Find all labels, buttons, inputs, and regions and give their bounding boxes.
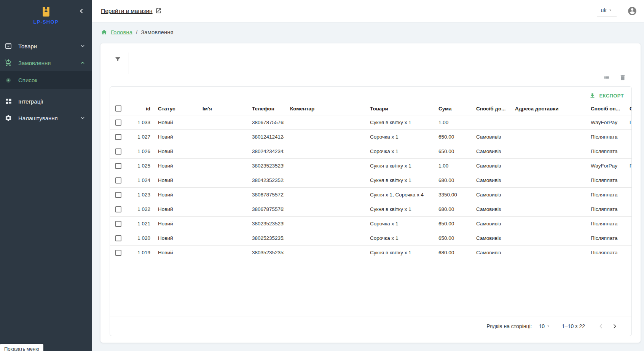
cell-status: Новий	[152, 130, 196, 144]
cell-address	[509, 159, 585, 173]
collapse-sidebar-button[interactable]	[78, 8, 85, 14]
cell-payment_status	[623, 173, 631, 188]
cell-sum: 650.00	[432, 144, 470, 159]
cell-address	[509, 173, 585, 188]
download-icon	[589, 93, 596, 99]
cell-payment_method: Післяплата	[585, 202, 623, 217]
go-to-store-link[interactable]: Перейти в магазин	[101, 8, 162, 14]
table-row[interactable]: 1 024Новий380423523523Сукня в квітку x 1…	[110, 173, 631, 188]
rows-per-page-value: 10	[539, 323, 545, 329]
cell-comment	[284, 217, 364, 231]
cell-products: Сукня в квітку x 1	[364, 115, 432, 130]
filter-button[interactable]	[114, 56, 121, 63]
table-row[interactable]: 1 033Новий380678755765Сукня в квітку x 1…	[110, 115, 631, 130]
row-checkbox[interactable]	[115, 235, 121, 241]
row-checkbox[interactable]	[115, 221, 121, 227]
column-header-sum[interactable]: Сума	[432, 102, 470, 115]
chevron-up-icon	[80, 60, 86, 66]
table-row[interactable]: 1 019Новий380352352353Сукня в квітку x 1…	[110, 246, 631, 260]
column-header-delivery_method[interactable]: Спосіб до...	[470, 102, 509, 115]
gear-icon	[4, 114, 13, 122]
sidebar-item-settings[interactable]: Налаштування	[0, 110, 92, 126]
next-page-button[interactable]	[608, 319, 622, 333]
row-checkbox[interactable]	[115, 177, 121, 183]
cell-comment	[284, 231, 364, 246]
cell-products: Сорочка x 1	[364, 144, 432, 159]
table-row[interactable]: 1 025Новий380235235235Сукня в квітку x 1…	[110, 159, 631, 173]
cell-delivery_method: Самовивіз	[470, 173, 509, 188]
sidebar-item-orders-list[interactable]: Список	[0, 71, 92, 89]
sidebar-item-integrations[interactable]: Інтеграції	[0, 93, 92, 110]
breadcrumb-home-link[interactable]: Головна	[111, 29, 132, 35]
previous-page-button	[594, 319, 608, 333]
row-checkbox[interactable]	[115, 134, 121, 140]
bullet-dot-icon	[4, 77, 13, 84]
row-checkbox[interactable]	[115, 163, 121, 169]
cell-phone: 380352352353	[246, 246, 284, 260]
table-row[interactable]: 1 026Новий380242342342Сорочка x 1650.00С…	[110, 144, 631, 159]
cell-status: Новий	[152, 246, 196, 260]
toolbar-divider	[129, 53, 129, 74]
cell-status: Новий	[152, 144, 196, 159]
cell-delivery_method: Самовивіз	[470, 246, 509, 260]
cell-payment_method: WayForPay	[585, 159, 623, 173]
select-all-checkbox[interactable]	[115, 105, 121, 112]
column-header-payment_method[interactable]: Спосіб оп...	[585, 102, 623, 115]
row-checkbox-cell	[110, 188, 128, 202]
cell-phone: 380678755722	[246, 188, 284, 202]
row-checkbox-cell	[110, 246, 128, 260]
row-checkbox[interactable]	[115, 192, 121, 198]
cell-payment_method: Післяплата	[585, 130, 623, 144]
language-select[interactable]: uk	[597, 6, 617, 16]
cell-sum: 650.00	[432, 231, 470, 246]
cell-payment_status	[623, 246, 631, 260]
cell-address	[509, 144, 585, 159]
rows-per-page-select[interactable]: 10	[539, 323, 551, 329]
orders-table: idСтатусІм'яТелефонКоментарТовариСумаСпо…	[110, 102, 631, 260]
row-checkbox[interactable]	[115, 148, 121, 155]
row-checkbox-cell	[110, 217, 128, 231]
row-checkbox[interactable]	[115, 250, 121, 256]
table-row[interactable]: 1 027Новий380124124124Сорочка x 1650.00С…	[110, 130, 631, 144]
orders-table-wrap: idСтатусІм'яТелефонКоментарТовариСумаСпо…	[110, 102, 631, 260]
column-header-payment_status[interactable]: Ст	[623, 102, 631, 115]
export-row: ЕКСПОРТ	[110, 87, 631, 102]
pagination-range: 1–10 з 22	[562, 323, 585, 329]
sidebar-item-orders[interactable]: Замовлення	[0, 54, 92, 71]
column-header-phone[interactable]: Телефон	[246, 102, 284, 115]
cell-payment_status: Пе	[623, 115, 631, 130]
column-header-comment[interactable]: Коментар	[284, 102, 364, 115]
table-empty-space	[110, 260, 631, 316]
column-list-button[interactable]	[603, 74, 610, 81]
column-header-name[interactable]: Ім'я	[196, 102, 246, 115]
sidebar-item-products[interactable]: Товари	[0, 38, 92, 54]
table-row[interactable]: 1 022Новий380678755765Сукня в квітку x 1…	[110, 202, 631, 217]
cell-id: 1 033	[128, 115, 152, 130]
export-button[interactable]: ЕКСПОРТ	[589, 93, 624, 99]
column-header-status[interactable]: Статус	[152, 102, 196, 115]
column-header-address[interactable]: Адреса доставки	[509, 102, 585, 115]
cell-payment_method: Післяплата	[585, 231, 623, 246]
cell-address	[509, 202, 585, 217]
chevron-left-icon	[598, 323, 604, 330]
user-avatar-button[interactable]	[627, 6, 637, 16]
cell-sum: 650.00	[432, 130, 470, 144]
column-header-products[interactable]: Товари	[364, 102, 432, 115]
cell-phone: 380678755765	[246, 202, 284, 217]
table-row[interactable]: 1 021Новий380235235235Сорочка x 1650.00С…	[110, 217, 631, 231]
row-checkbox-cell	[110, 130, 128, 144]
row-checkbox[interactable]	[115, 206, 121, 212]
column-header-id[interactable]: id	[128, 102, 152, 115]
table-row[interactable]: 1 020Новий380252352352Сорочка x 1650.00С…	[110, 231, 631, 246]
cell-products: Сукня в квітку x 1	[364, 159, 432, 173]
cell-id: 1 025	[128, 159, 152, 173]
row-checkbox[interactable]	[115, 120, 121, 126]
chevron-right-icon	[611, 323, 618, 330]
table-row[interactable]: 1 023Новий380678755722Сукня x 1, Сорочка…	[110, 188, 631, 202]
cell-payment_method: Післяплата	[585, 246, 623, 260]
cell-status: Новий	[152, 202, 196, 217]
cell-status: Новий	[152, 173, 196, 188]
row-checkbox-cell	[110, 202, 128, 217]
delete-button[interactable]	[619, 74, 626, 81]
cell-phone: 380423523523	[246, 173, 284, 188]
